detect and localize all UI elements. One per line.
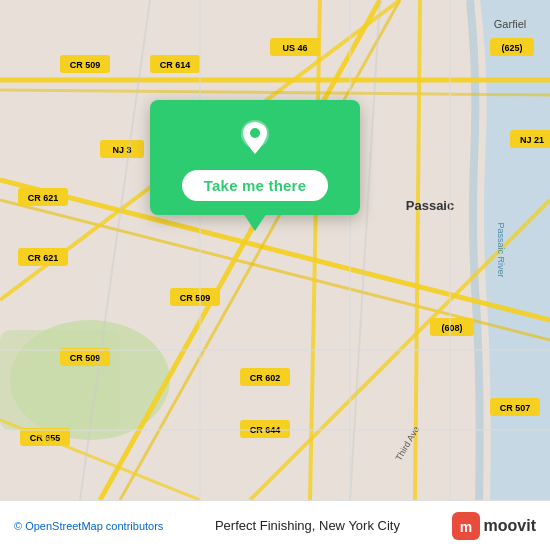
svg-text:Garfiel: Garfiel <box>494 18 526 30</box>
svg-text:US 46: US 46 <box>282 43 307 53</box>
location-pin-icon <box>235 118 275 158</box>
place-info: Perfect Finishing, New York City <box>215 518 400 533</box>
moovit-icon: m <box>452 512 480 540</box>
map-background: CR 509 CR 614 US 46 (625) NJ 21 NJ 3 CR … <box>0 0 550 500</box>
location-tooltip: Take me there <box>150 100 360 215</box>
attribution-text: © OpenStreetMap contributors <box>14 520 163 532</box>
svg-text:Passaic River: Passaic River <box>496 222 506 277</box>
svg-text:CR 509: CR 509 <box>180 293 211 303</box>
take-me-there-button[interactable]: Take me there <box>182 170 328 201</box>
svg-text:CR 509: CR 509 <box>70 353 101 363</box>
svg-text:Passaic: Passaic <box>406 198 454 213</box>
svg-text:NJ 21: NJ 21 <box>520 135 544 145</box>
svg-text:CR 509: CR 509 <box>70 60 101 70</box>
map-container[interactable]: CR 509 CR 614 US 46 (625) NJ 21 NJ 3 CR … <box>0 0 550 500</box>
svg-text:(625): (625) <box>501 43 522 53</box>
svg-text:CR 621: CR 621 <box>28 193 59 203</box>
svg-point-56 <box>250 128 260 138</box>
svg-text:CR 621: CR 621 <box>28 253 59 263</box>
svg-text:CR 507: CR 507 <box>500 403 531 413</box>
svg-text:CR 602: CR 602 <box>250 373 281 383</box>
bottom-bar: © OpenStreetMap contributors Perfect Fin… <box>0 500 550 550</box>
svg-text:CR 614: CR 614 <box>160 60 191 70</box>
map-attribution: © OpenStreetMap contributors <box>14 520 163 532</box>
svg-text:m: m <box>459 519 471 535</box>
moovit-logo: m moovit <box>452 512 536 540</box>
svg-text:(608): (608) <box>441 323 462 333</box>
moovit-brand-name: moovit <box>484 517 536 535</box>
